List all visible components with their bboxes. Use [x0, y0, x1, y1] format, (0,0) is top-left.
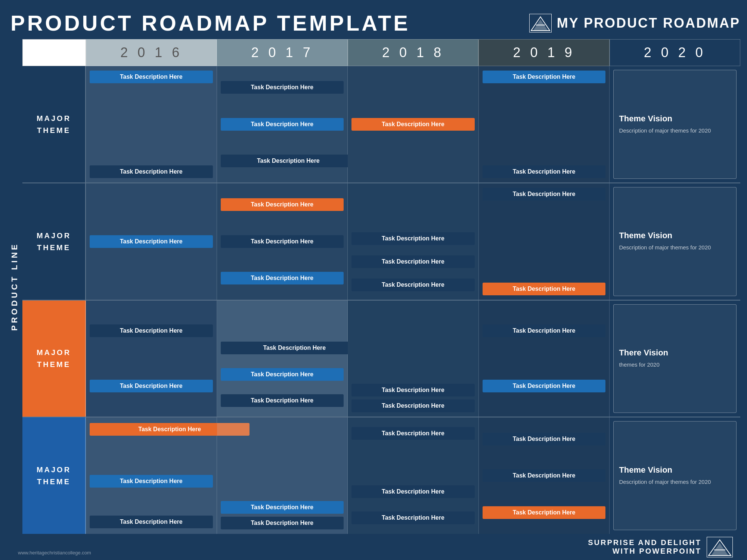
- task-bar[interactable]: Task Description Here: [221, 198, 344, 211]
- header: PRODUCT ROADMAP TEMPLATE MY PRODUCT ROAD…: [7, 7, 740, 39]
- data-cell-r2-2018: Task Description Here Task Description H…: [348, 183, 479, 300]
- task-bar[interactable]: Task Description Here: [351, 279, 475, 291]
- year-2016: 2 0 1 6: [86, 39, 217, 66]
- data-cell-r4-2017: Task Description Here Task Description H…: [217, 417, 348, 534]
- row-label-theme2: MAJOR THEME: [22, 183, 86, 300]
- table-row: MAJOR THEME Task Description Here Task D…: [22, 417, 740, 534]
- task-bar[interactable]: Task Description Here: [483, 71, 606, 83]
- task-bar[interactable]: Task Description Here: [483, 469, 606, 482]
- task-bar[interactable]: Task Description Here: [221, 118, 344, 131]
- task-bar[interactable]: Task Description Here: [221, 342, 369, 354]
- task-bar[interactable]: Task Description Here: [483, 283, 606, 295]
- task-bar[interactable]: Task Description Here: [351, 255, 475, 268]
- theme-vision-title: There Vision: [619, 348, 731, 358]
- theme-vision-box: Theme Vision Description of major themes…: [613, 70, 737, 179]
- data-cell-r1-2016: Task Description Here Task Description H…: [86, 66, 217, 183]
- task-bar[interactable]: Task Description Here: [483, 324, 606, 337]
- theme-vision-desc: Description of major themes for 2020: [619, 478, 731, 486]
- logo-icon: [529, 14, 552, 32]
- year-2018: 2 0 1 8: [348, 39, 478, 66]
- task-bar[interactable]: Task Description Here: [221, 394, 344, 407]
- task-bar[interactable]: Task Description Here: [351, 118, 475, 131]
- data-cell-r3-2019: Task Description Here Task Description H…: [479, 301, 610, 417]
- task-bar[interactable]: Task Description Here: [90, 235, 213, 248]
- data-cell-r1-2018: Task Description Here: [348, 66, 479, 183]
- row-label-theme1: MAJOR THEME: [22, 66, 86, 183]
- table-row: MAJOR THEME Task Description Here Task D…: [22, 66, 740, 183]
- theme-vision-desc: themes for 2020: [619, 361, 731, 369]
- footer-line1: SURPRISE AND DELIGHT: [588, 538, 701, 547]
- task-bar[interactable]: Task Description Here: [90, 71, 213, 83]
- task-bar[interactable]: Task Description Here: [483, 380, 606, 392]
- data-cell-r3-2020: There Vision themes for 2020: [610, 301, 740, 417]
- task-bar[interactable]: Task Description Here: [351, 427, 475, 440]
- footer-logo-icon: [707, 537, 733, 557]
- year-2020: 2 0 2 0: [610, 39, 740, 66]
- theme-vision-desc: Description of major themes for 2020: [619, 127, 731, 135]
- svg-marker-6: [711, 543, 728, 556]
- task-bar[interactable]: Task Description Here: [90, 324, 213, 337]
- task-bar[interactable]: Task Description Here: [221, 155, 356, 167]
- data-cell-r3-2017: Task Description Here Task Description H…: [217, 301, 348, 417]
- header-right: MY PRODUCT ROADMAP: [529, 14, 740, 32]
- data-cell-r4-2016: Task Description Here Task Description H…: [86, 417, 217, 534]
- data-cell-r3-2018: Task Description Here Task Description H…: [348, 301, 479, 417]
- header-subtitle: MY PRODUCT ROADMAP: [557, 15, 740, 31]
- row-label-text: MAJOR THEME: [37, 230, 71, 253]
- data-cell-r4-2018: Task Description Here Task Description H…: [348, 417, 479, 534]
- footer-website: www.heritagechristiancollege.com: [18, 550, 91, 556]
- task-bar[interactable]: Task Description Here: [221, 235, 344, 248]
- year-header-row: 2 0 1 6 2 0 1 7 2 0 1 8 2 0 1 9 2 0 2 0: [22, 39, 740, 66]
- footer-text: SURPRISE AND DELIGHT WITH POWERPOINT: [588, 538, 701, 556]
- task-bar[interactable]: Task Description Here: [221, 501, 344, 514]
- task-bar[interactable]: Task Description Here: [221, 517, 344, 529]
- data-rows: MAJOR THEME Task Description Here Task D…: [22, 66, 740, 534]
- task-bar[interactable]: Task Description Here: [90, 516, 213, 528]
- task-bar[interactable]: Task Description Here: [90, 475, 213, 488]
- task-bar[interactable]: Task Description Here: [221, 81, 344, 94]
- vertical-label: PRODUCT LINE: [10, 242, 19, 331]
- data-cell-r2-2016: Task Description Here: [86, 183, 217, 300]
- theme-vision-box: Theme Vision Description of major themes…: [613, 421, 737, 530]
- task-bar[interactable]: Task Description Here: [351, 399, 475, 412]
- task-bar[interactable]: Task Description Here: [351, 384, 475, 396]
- task-bar[interactable]: Task Description Here: [351, 485, 475, 498]
- footer-line2: WITH POWERPOINT: [613, 547, 701, 555]
- task-bar[interactable]: Task Description Here: [221, 272, 344, 284]
- task-bar[interactable]: Task Description Here: [90, 165, 213, 178]
- theme-vision-box: Theme Vision Description of major themes…: [613, 187, 737, 296]
- data-cell-r4-2019: Task Description Here Task Description H…: [479, 417, 610, 534]
- task-bar[interactable]: Task Description Here: [483, 165, 606, 178]
- footer: www.heritagechristiancollege.com SURPRIS…: [7, 534, 740, 560]
- task-bar[interactable]: Task Description Here: [221, 368, 344, 381]
- row-label-text: MAJOR THEME: [37, 346, 71, 370]
- data-cell-r3-2016: Task Description Here Task Description H…: [86, 301, 217, 417]
- task-bar[interactable]: Task Description Here: [351, 232, 475, 245]
- row-label-text: MAJOR THEME: [37, 464, 71, 488]
- theme-vision-box: There Vision themes for 2020: [613, 304, 737, 413]
- task-bar[interactable]: Task Description Here: [483, 188, 606, 200]
- row-label-theme4: MAJOR THEME: [22, 417, 86, 534]
- data-cell-r1-2020: Theme Vision Description of major themes…: [610, 66, 740, 183]
- data-cell-r4-2020: Theme Vision Description of major themes…: [610, 417, 740, 534]
- task-bar[interactable]: Task Description Here: [90, 380, 213, 392]
- task-bar[interactable]: Task Description Here: [483, 433, 606, 445]
- year-2019: 2 0 1 9: [478, 39, 609, 66]
- vertical-label-col: PRODUCT LINE: [7, 39, 22, 534]
- main-area: PRODUCT LINE 2 0 1 6 2 0 1 7 2 0 1 8 2 0…: [7, 39, 740, 534]
- task-bar[interactable]: Task Description Here: [483, 506, 606, 519]
- data-cell-r2-2019: Task Description Here Task Description H…: [479, 183, 610, 300]
- table-row: MAJOR THEME Task Description Here Task D…: [22, 183, 740, 301]
- task-bar[interactable]: Task Description Here: [351, 511, 475, 524]
- table-wrapper: 2 0 1 6 2 0 1 7 2 0 1 8 2 0 1 9 2 0 2 0 …: [22, 39, 740, 534]
- data-cell-r1-2019: Task Description Here Task Description H…: [479, 66, 610, 183]
- data-cell-r2-2020: Theme Vision Description of major themes…: [610, 183, 740, 300]
- theme-vision-title: Theme Vision: [619, 114, 731, 124]
- page-title: PRODUCT ROADMAP TEMPLATE: [10, 10, 410, 35]
- row-label-text: MAJOR THEME: [37, 112, 71, 136]
- data-cell-r2-2017: Task Description Here Task Description H…: [217, 183, 348, 300]
- theme-vision-desc: Description of major themes for 2020: [619, 243, 731, 252]
- page-wrapper: PRODUCT ROADMAP TEMPLATE MY PRODUCT ROAD…: [0, 0, 747, 560]
- header-empty-cell: [22, 39, 86, 66]
- theme-vision-title: Theme Vision: [619, 465, 731, 475]
